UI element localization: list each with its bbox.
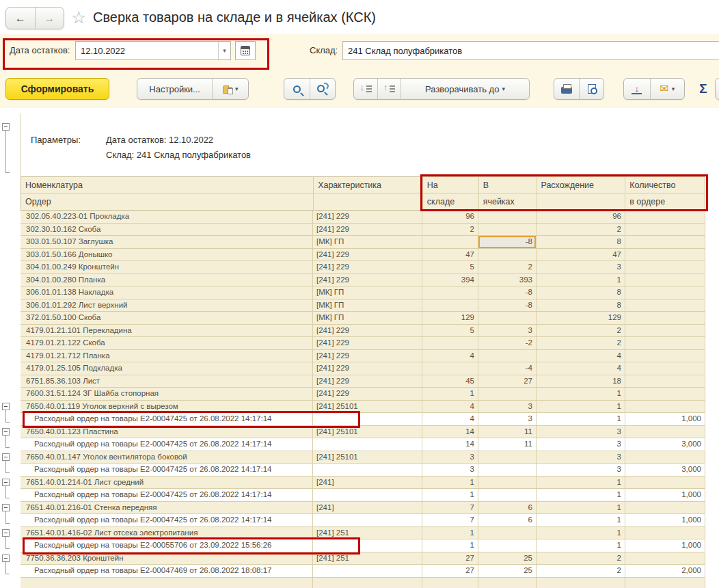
reset-search-button[interactable]: [310, 79, 335, 99]
cell-char[interactable]: [241] 229: [313, 325, 422, 338]
collapse-group-icon[interactable]: [2, 529, 10, 537]
cell-cells[interactable]: [478, 489, 537, 502]
nomenclature-row[interactable]: 7650.40.01.147 Уголок вентилятора боково…: [21, 451, 705, 464]
cell-char[interactable]: [241] 251: [313, 527, 422, 540]
cell-name[interactable]: 7651.40.01.416-02 Лист отсека электропит…: [21, 527, 313, 540]
cell-qty[interactable]: [625, 286, 705, 299]
nomenclature-row[interactable]: 7651.40.01.216-01 Стенка передняя[241]76…: [21, 502, 705, 515]
cell-stock[interactable]: 3: [422, 451, 478, 464]
cell-name[interactable]: Расходный ордер на товары Е2-00047425 от…: [21, 438, 313, 451]
date-input[interactable]: 12.10.2022 ▾: [75, 41, 231, 60]
cell-stock[interactable]: 129: [422, 312, 478, 325]
cell-name[interactable]: 4179.01.21.101 Перекладина: [21, 325, 313, 338]
cell-qty[interactable]: [625, 401, 705, 414]
cell-cells[interactable]: 393: [478, 274, 537, 287]
cell-cells[interactable]: [478, 211, 537, 224]
nomenclature-row[interactable]: 7600.31.51.124 ЗГ Шайба стопорная[241] 2…: [21, 388, 705, 401]
cell-stock[interactable]: [422, 286, 478, 299]
nomenclature-row[interactable]: 4179.01.25.105 Подкладка[241] 229-44: [21, 362, 705, 375]
cell-char[interactable]: [241] 25101: [313, 426, 422, 439]
print-button[interactable]: [554, 79, 579, 99]
cell-name[interactable]: 7651.40.01.216-01 Стенка передняя: [21, 502, 313, 515]
cell-stock[interactable]: 5: [422, 325, 478, 338]
cell-char[interactable]: [МК] ГП: [313, 236, 422, 249]
cell-diff[interactable]: 1: [537, 401, 625, 414]
cell-qty[interactable]: [625, 527, 705, 540]
nomenclature-row[interactable]: 303.01.50.166 Донышко[241] 2294747: [21, 249, 705, 262]
cell-char[interactable]: [МК] ГП: [313, 286, 422, 299]
nomenclature-row[interactable]: 302.30.10.162 Скоба[241] 22922: [21, 224, 705, 237]
cell-name[interactable]: 303.01.50.166 Донышко: [21, 249, 313, 262]
cell-name[interactable]: 372.01.50.100 Скоба: [21, 312, 313, 325]
cell-stock[interactable]: 1: [422, 388, 478, 401]
cell-cells[interactable]: 6: [478, 514, 537, 527]
cell-char[interactable]: [241] 229: [313, 350, 422, 363]
column-header-order-qty[interactable]: Количество: [625, 177, 705, 193]
cell-stock[interactable]: 4: [422, 401, 478, 414]
warehouse-input[interactable]: 241 Склад полуфабрикатов: [342, 41, 719, 60]
cell-qty[interactable]: 3,000: [625, 438, 705, 451]
cell-qty[interactable]: 2,000: [625, 565, 705, 578]
cell-qty[interactable]: [625, 236, 705, 249]
cell-qty[interactable]: [625, 325, 705, 338]
cell-diff[interactable]: 3: [537, 438, 625, 451]
cell-char[interactable]: [241] 229: [313, 375, 422, 388]
cell-diff[interactable]: 1: [537, 502, 625, 515]
cell-stock[interactable]: 27: [422, 552, 478, 565]
cell-diff[interactable]: 1: [537, 388, 625, 401]
cell-cells[interactable]: [478, 464, 537, 477]
collapse-all-button[interactable]: ↓: [354, 79, 377, 99]
cell-diff[interactable]: 1: [537, 539, 625, 552]
column-header-in-stock[interactable]: На: [422, 177, 478, 193]
cell-stock[interactable]: 394: [422, 274, 478, 287]
cell-cells[interactable]: [478, 578, 537, 588]
calendar-button[interactable]: [235, 41, 256, 60]
cell-stock[interactable]: 7: [422, 502, 478, 515]
cell-char[interactable]: [313, 514, 422, 527]
cell-diff[interactable]: 4: [537, 350, 625, 363]
expand-to-button[interactable]: Разворачивать до ▾: [401, 79, 529, 99]
cell-name[interactable]: 7650.40.01.123 Пластина: [21, 426, 313, 439]
cell-qty[interactable]: [625, 578, 705, 588]
collapse-report-group-icon[interactable]: [2, 123, 10, 131]
date-dropdown-button[interactable]: ▾: [218, 42, 230, 59]
column-header-nomenclature[interactable]: Номенклатура: [21, 177, 313, 193]
cell-stock[interactable]: 1: [422, 527, 478, 540]
search-button[interactable]: [284, 79, 310, 99]
cell-qty[interactable]: [625, 375, 705, 388]
nomenclature-row[interactable]: 7750.36.36.203 Кронштейн[241] 25127252: [21, 552, 705, 565]
order-detail-row[interactable]: Расходный ордер на товары Е2-00047425 от…: [21, 464, 705, 477]
cell-diff[interactable]: 2: [537, 224, 625, 237]
column-header-characteristic[interactable]: Характеристика: [313, 177, 422, 193]
order-detail-row[interactable]: Расходный ордер на товары Е2-00055706 от…: [21, 539, 705, 552]
cell-qty[interactable]: [625, 224, 705, 237]
cell-stock[interactable]: 96: [422, 211, 478, 224]
cell-name[interactable]: Расходный ордер на товары Е2-00047469 от…: [21, 565, 313, 578]
cell-diff[interactable]: [537, 578, 625, 588]
cell-stock[interactable]: 1: [422, 489, 478, 502]
cell-cells[interactable]: 3: [478, 401, 537, 414]
cell-diff[interactable]: 2: [537, 565, 625, 578]
nomenclature-row[interactable]: 372.01.50.100 Скоба[МК] ГП129129: [21, 312, 705, 325]
cell-cells[interactable]: 3: [478, 325, 537, 338]
cell-qty[interactable]: [625, 299, 705, 312]
cell-cells[interactable]: [478, 477, 537, 490]
cell-diff[interactable]: 2: [537, 325, 625, 338]
cell-name[interactable]: 7650.40.01.147 Уголок вентилятора боково…: [21, 451, 313, 464]
collapse-group-icon[interactable]: [2, 504, 10, 511]
forward-button[interactable]: →: [36, 8, 64, 29]
cell-cells[interactable]: [478, 350, 537, 363]
cell-cells[interactable]: [478, 224, 537, 237]
cell-char[interactable]: [241]: [313, 502, 422, 515]
cell-char[interactable]: [241] 229: [313, 224, 422, 237]
cell-char[interactable]: [241] 229: [313, 362, 422, 375]
column-header-order-qty-2[interactable]: в ордере: [625, 193, 705, 210]
cell-stock[interactable]: 14: [422, 426, 478, 439]
cell-char[interactable]: [241] 229: [313, 337, 422, 350]
nomenclature-row[interactable]: 7650.40.01.119 Уголок верхний с вырезом[…: [21, 401, 705, 414]
sum-button[interactable]: Σ: [693, 78, 714, 100]
cell-stock[interactable]: 14: [422, 438, 478, 451]
cell-cells[interactable]: 11: [478, 426, 537, 439]
column-header-discrepancy[interactable]: Расхождение: [537, 177, 625, 193]
cell-cells[interactable]: 2: [478, 261, 537, 274]
